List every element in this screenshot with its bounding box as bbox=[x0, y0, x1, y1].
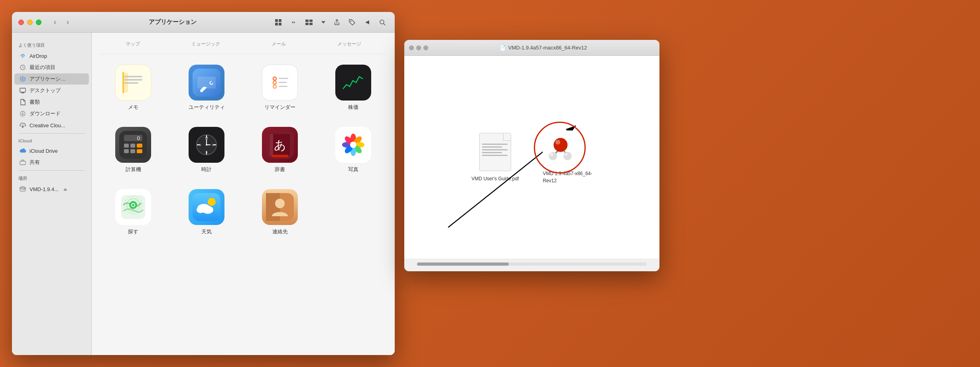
app-memo[interactable]: メモ bbox=[100, 61, 167, 114]
svg-text:6: 6 bbox=[206, 150, 207, 153]
svg-rect-23 bbox=[122, 72, 124, 93]
sidebar-documents-label: 書類 bbox=[30, 99, 40, 106]
sidebar-item-recents[interactable]: 最近の項目 bbox=[14, 62, 89, 73]
toolbar-actions bbox=[272, 17, 388, 28]
stocks-icon bbox=[335, 65, 371, 101]
svg-rect-31 bbox=[279, 82, 287, 83]
vmd-app-wrapper[interactable]: VMD 1.9.4a57-x86_64- Rev12 bbox=[543, 130, 592, 184]
app-calculator[interactable]: 0 計算機 bbox=[100, 124, 167, 176]
findmy-icon bbox=[115, 189, 151, 225]
app-dictionary[interactable]: あ 辞書 bbox=[246, 124, 313, 176]
sidebar-item-downloads[interactable]: ダウンロード bbox=[14, 108, 89, 119]
svg-rect-37 bbox=[124, 144, 129, 148]
more-button[interactable] bbox=[361, 17, 373, 28]
svg-rect-32 bbox=[279, 86, 287, 87]
app-map-label: マップ bbox=[126, 41, 140, 47]
dictionary-label: 辞書 bbox=[275, 166, 285, 173]
svg-rect-33 bbox=[339, 69, 367, 97]
arrow-overlay bbox=[404, 56, 659, 258]
sidebar-item-creative-cloud[interactable]: Creative Clou... bbox=[14, 120, 89, 131]
sidebar-item-shared[interactable]: 共有 bbox=[14, 157, 89, 168]
svg-rect-7 bbox=[309, 23, 313, 25]
vmd-scrollbar-thumb[interactable] bbox=[417, 262, 509, 266]
sidebar-recents-label: 最近の項目 bbox=[30, 64, 55, 71]
tag-button[interactable] bbox=[346, 17, 358, 28]
vmd-title-text: VMD-1.9.4a57-macx86_64-Rev12 bbox=[508, 45, 587, 51]
svg-point-8 bbox=[350, 20, 352, 22]
sidebar-item-desktop[interactable]: デスクトップ bbox=[14, 85, 89, 96]
vmd-highlight-circle bbox=[534, 122, 586, 174]
svg-rect-5 bbox=[309, 20, 313, 22]
svg-rect-58 bbox=[270, 134, 273, 156]
svg-text:12: 12 bbox=[205, 137, 208, 140]
app-messages-partial: メッセージ bbox=[337, 41, 361, 47]
search-button[interactable] bbox=[376, 17, 388, 28]
clock-label: 時計 bbox=[201, 166, 212, 173]
app-findmy[interactable]: 探す bbox=[100, 186, 167, 239]
vmd-pdf-file[interactable]: VMD User's Guide.pdf bbox=[471, 133, 519, 182]
sidebar-shared-label: 共有 bbox=[30, 159, 40, 166]
creative-cloud-icon bbox=[19, 122, 26, 129]
reminder-icon bbox=[262, 65, 298, 101]
view-grid-button[interactable] bbox=[272, 17, 285, 28]
eject-icon[interactable]: ⏏ bbox=[63, 187, 67, 191]
svg-rect-42 bbox=[137, 149, 142, 153]
finder-window: ‹ › アプリケーション bbox=[12, 12, 395, 355]
view-options-button[interactable] bbox=[288, 18, 299, 27]
vmd-scrollbar[interactable] bbox=[417, 262, 647, 266]
app-contacts[interactable]: 連絡先 bbox=[246, 186, 313, 239]
view-list-button[interactable] bbox=[302, 17, 316, 28]
maximize-button[interactable] bbox=[36, 20, 41, 25]
icloud-icon bbox=[19, 147, 26, 154]
sidebar-item-icloud-drive[interactable]: iCloud Drive bbox=[14, 145, 89, 156]
desktop-icon bbox=[19, 87, 26, 94]
app-messages-label: メッセージ bbox=[337, 41, 361, 47]
app-clock[interactable]: 12 3 6 9 時計 bbox=[173, 124, 240, 176]
svg-text:あ: あ bbox=[274, 138, 286, 152]
finder-title: アプリケーション bbox=[78, 18, 267, 26]
forward-button[interactable]: › bbox=[62, 17, 73, 28]
svg-point-86 bbox=[275, 199, 285, 208]
sidebar-item-airdrop[interactable]: AirDrop bbox=[14, 50, 89, 61]
svg-rect-3 bbox=[279, 23, 281, 26]
svg-point-10 bbox=[22, 57, 24, 58]
app-utility[interactable]: ユーティリティ bbox=[173, 61, 240, 114]
pdf-line-1 bbox=[482, 144, 508, 145]
app-stocks[interactable]: 株価 bbox=[320, 61, 387, 114]
svg-rect-39 bbox=[137, 144, 142, 148]
vmd-maximize-button[interactable] bbox=[423, 45, 428, 50]
weather-label: 天気 bbox=[201, 228, 212, 235]
chevron-down-button[interactable] bbox=[319, 19, 328, 26]
pdf-label: VMD User's Guide.pdf bbox=[471, 176, 519, 182]
finder-body: よく使う項目 AirDrop bbox=[12, 33, 395, 355]
vmd-close-button[interactable] bbox=[409, 45, 414, 50]
pdf-file-icon bbox=[479, 133, 511, 171]
svg-rect-12 bbox=[20, 88, 26, 92]
close-button[interactable] bbox=[18, 20, 24, 25]
svg-rect-1 bbox=[279, 19, 281, 22]
app-photos[interactable]: 写真 bbox=[320, 124, 387, 176]
back-button[interactable]: ‹ bbox=[49, 17, 61, 28]
sidebar-airdrop-label: AirDrop bbox=[30, 53, 47, 59]
photos-icon bbox=[335, 127, 371, 163]
sidebar-creative-cloud-label: Creative Clou... bbox=[30, 122, 65, 128]
share-button[interactable] bbox=[331, 17, 343, 28]
pdf-line-5 bbox=[482, 155, 508, 156]
svg-rect-41 bbox=[130, 149, 135, 153]
sidebar-item-vmd[interactable]: VMD-1.9.4... ⏏ bbox=[14, 184, 89, 195]
svg-point-75 bbox=[132, 204, 134, 206]
minimize-button[interactable] bbox=[27, 20, 33, 25]
vmd-minimize-button[interactable] bbox=[416, 45, 421, 50]
memo-label: メモ bbox=[128, 104, 138, 111]
app-reminder[interactable]: リマインダー bbox=[246, 61, 313, 114]
finder-main: マップ ミュージック メール メッセージ bbox=[92, 33, 395, 355]
app-weather[interactable]: 天気 bbox=[173, 186, 240, 239]
pdf-line-2 bbox=[482, 146, 502, 148]
sidebar-item-documents[interactable]: 書類 bbox=[14, 97, 89, 108]
vmd-app-label: VMD 1.9.4a57-x86_64- Rev12 bbox=[543, 171, 592, 184]
sidebar-item-applications[interactable]: アプリケーシ… bbox=[14, 73, 89, 85]
svg-text:9: 9 bbox=[199, 144, 201, 146]
svg-rect-4 bbox=[305, 20, 309, 22]
svg-rect-25 bbox=[197, 77, 216, 89]
traffic-lights bbox=[18, 20, 41, 25]
